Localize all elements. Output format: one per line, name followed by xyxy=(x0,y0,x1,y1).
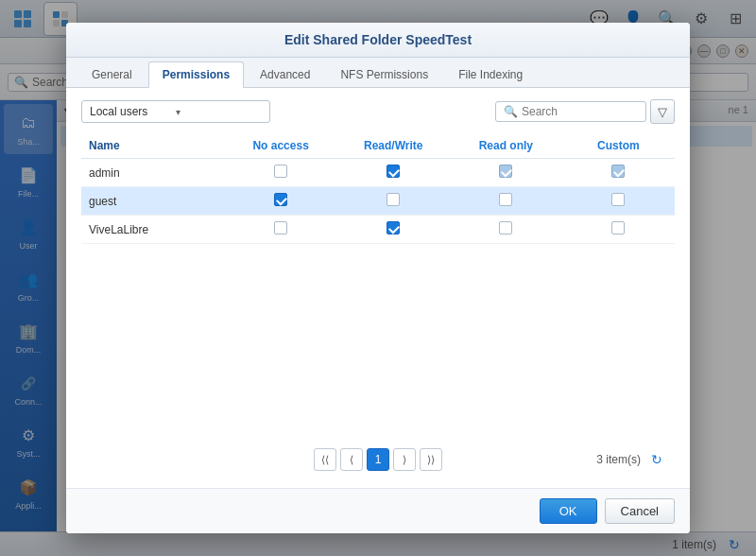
permissions-search-input[interactable] xyxy=(522,105,638,118)
row-readwrite-guest[interactable] xyxy=(337,187,450,216)
table-row[interactable]: ViveLaLibre xyxy=(81,216,675,244)
tab-file-indexing[interactable]: File Indexing xyxy=(444,61,537,87)
permissions-table: Name No access Read/Write Read only Cust… xyxy=(81,133,675,244)
checkbox-admin-readwrite[interactable] xyxy=(387,165,400,178)
tab-advanced[interactable]: Advanced xyxy=(246,61,324,87)
refresh-button[interactable]: ↻ xyxy=(646,449,667,470)
dropdown-value: Local users xyxy=(90,105,147,118)
dialog-tabs: General Permissions Advanced NFS Permiss… xyxy=(66,58,690,88)
page-last-button[interactable]: ⟩⟩ xyxy=(420,448,442,471)
items-count: 3 item(s) xyxy=(596,453,641,466)
row-custom-admin[interactable] xyxy=(562,159,675,187)
checkbox-vivelalibre-readwrite[interactable] xyxy=(387,221,400,235)
modal-overlay: Edit Shared Folder SpeedTest General Per… xyxy=(0,0,756,556)
table-row[interactable]: admin xyxy=(81,159,675,187)
cancel-button[interactable]: Cancel xyxy=(605,498,675,524)
page-info: 3 item(s) ↻ xyxy=(596,449,667,470)
checkbox-admin-noaccess[interactable] xyxy=(274,165,287,178)
page-prev-button[interactable]: ⟨ xyxy=(340,448,363,471)
checkbox-vivelalibre-noaccess[interactable] xyxy=(274,221,287,235)
page-next-button[interactable]: ⟩ xyxy=(393,448,416,471)
dialog-title: Edit Shared Folder SpeedTest xyxy=(284,32,472,47)
checkbox-vivelalibre-readonly[interactable] xyxy=(499,221,512,235)
row-name-guest: guest xyxy=(81,187,225,216)
dialog: Edit Shared Folder SpeedTest General Per… xyxy=(66,23,690,533)
user-type-dropdown[interactable]: Local users xyxy=(81,100,270,123)
dropdown-arrow-icon xyxy=(176,107,180,117)
row-name-vivelaLibre: ViveLaLibre xyxy=(81,216,225,244)
dialog-header: Edit Shared Folder SpeedTest xyxy=(66,23,690,58)
row-readonly-admin[interactable] xyxy=(450,159,562,187)
permissions-filter-button[interactable]: ▽ xyxy=(650,99,675,124)
checkbox-admin-custom[interactable] xyxy=(611,165,625,178)
checkbox-admin-readonly[interactable] xyxy=(499,165,512,178)
col-header-noaccess: No access xyxy=(225,133,337,159)
pagination: ⟨⟨ ⟨ 1 ⟩ ⟩⟩ 3 item(s) ↻ xyxy=(81,439,675,477)
permissions-search-box[interactable]: 🔍 xyxy=(495,101,646,122)
ok-button[interactable]: OK xyxy=(540,498,597,524)
row-readonly-vivelalibre[interactable] xyxy=(450,216,562,244)
row-noaccess-guest[interactable] xyxy=(225,187,337,216)
table-row[interactable]: guest xyxy=(81,187,675,216)
dialog-body: Local users 🔍 ▽ Name xyxy=(66,88,690,488)
checkbox-guest-noaccess[interactable] xyxy=(274,193,287,206)
checkbox-vivelalibre-custom[interactable] xyxy=(611,221,625,235)
row-noaccess-admin[interactable] xyxy=(225,159,337,187)
table-header-row: Name No access Read/Write Read only Cust… xyxy=(81,133,675,159)
tab-nfs-permissions[interactable]: NFS Permissions xyxy=(326,61,442,87)
checkbox-guest-readonly[interactable] xyxy=(499,193,512,206)
row-noaccess-vivelalibre[interactable] xyxy=(225,216,337,244)
filter-row: Local users 🔍 ▽ xyxy=(81,99,675,124)
dialog-footer: OK Cancel xyxy=(66,488,690,533)
checkbox-guest-readwrite[interactable] xyxy=(387,193,400,206)
permissions-search-icon: 🔍 xyxy=(504,105,518,118)
col-header-readonly: Read only xyxy=(450,133,562,159)
row-readwrite-admin[interactable] xyxy=(337,159,450,187)
search-filter: 🔍 ▽ xyxy=(495,99,675,124)
row-custom-vivelalibre[interactable] xyxy=(562,216,675,244)
row-name-admin: admin xyxy=(81,159,225,187)
col-header-custom: Custom xyxy=(562,133,675,159)
row-readwrite-vivelalibre[interactable] xyxy=(337,216,450,244)
col-header-readwrite: Read/Write xyxy=(337,133,450,159)
row-custom-guest[interactable] xyxy=(562,187,675,216)
filter-funnel-icon: ▽ xyxy=(658,105,667,119)
col-header-name: Name xyxy=(81,133,225,159)
tab-general[interactable]: General xyxy=(77,61,146,87)
row-readonly-guest[interactable] xyxy=(450,187,562,216)
page-first-button[interactable]: ⟨⟨ xyxy=(314,448,336,471)
checkbox-guest-custom[interactable] xyxy=(611,193,625,206)
page-number-1[interactable]: 1 xyxy=(367,448,389,471)
tab-permissions[interactable]: Permissions xyxy=(148,61,244,88)
